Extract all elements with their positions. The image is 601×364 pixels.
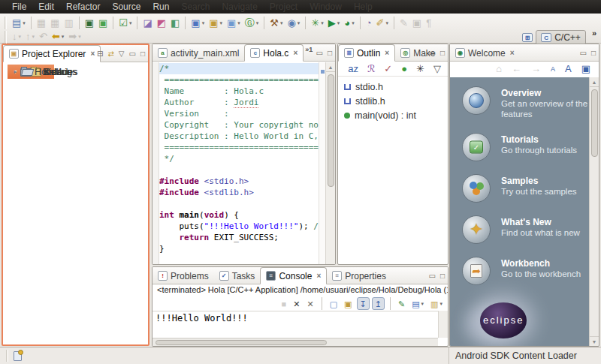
console-hscrollbar[interactable] xyxy=(153,338,438,346)
debug-button[interactable]: ✳▾ xyxy=(309,16,325,31)
scroll-thumb[interactable] xyxy=(591,89,598,157)
scroll-up-icon[interactable]: ▲ xyxy=(590,77,599,87)
code-line[interactable]: ========================================… xyxy=(159,74,319,86)
code-line[interactable]: Copyright : Your copyright notice xyxy=(159,119,319,131)
bottom-tab-tasks[interactable]: ✓Tasks xyxy=(214,267,261,284)
close-icon[interactable]: × xyxy=(510,49,515,57)
view-menu-icon[interactable]: ▽ xyxy=(119,50,125,58)
scroll-lock-button[interactable]: ▣ xyxy=(342,297,354,310)
open-dsl-button[interactable]: ◪ xyxy=(140,16,154,31)
expand-arrow-icon[interactable]: ▸ xyxy=(11,68,20,75)
scroll-thumb[interactable] xyxy=(328,74,334,187)
show-stderr-button[interactable]: ↥ xyxy=(372,297,385,310)
minimize-icon[interactable]: ▭ xyxy=(429,272,436,280)
clear-console-button[interactable]: ▢ xyxy=(328,297,340,310)
open-console-button[interactable]: ▥▾ xyxy=(428,297,445,310)
code-line[interactable]: Name : Hola.c xyxy=(159,86,319,97)
collapse-all-button[interactable]: ✳ xyxy=(414,62,427,77)
close-icon[interactable]: × xyxy=(293,49,297,57)
code-line[interactable]: Description : Hello World in C, Ansi-sty xyxy=(159,131,319,142)
close-icon[interactable]: × xyxy=(385,49,389,57)
new-wizard-button[interactable]: ▤▾ xyxy=(10,16,28,31)
remove-launch-button[interactable]: ✕ xyxy=(291,297,302,310)
maximize-icon[interactable]: □ xyxy=(140,50,145,58)
new-cpp-class-button[interactable]: ▣▾ xyxy=(225,16,243,31)
build-all-button[interactable]: ◉▾ xyxy=(285,16,302,31)
android-sdk-manager-button[interactable]: ▣ xyxy=(83,16,96,31)
maximize-icon[interactable]: □ xyxy=(440,49,445,57)
new-java-project-button[interactable]: ◩ xyxy=(155,16,168,31)
console-scrollbar[interactable] xyxy=(438,311,448,338)
menu-refactor[interactable]: Refactor xyxy=(60,0,106,14)
editor-scrollbar[interactable]: ▲ xyxy=(325,62,335,264)
reduce-text-button[interactable]: A xyxy=(548,62,557,77)
welcome-scrollbar[interactable]: ▲ ▼ xyxy=(589,77,599,346)
pin-console-button[interactable]: ✎ xyxy=(396,297,407,310)
tray-notification-icon[interactable] xyxy=(14,351,22,361)
open-perspective-icon[interactable]: ⊞ xyxy=(522,33,533,42)
scroll-up-icon[interactable]: ▲ xyxy=(326,62,335,72)
code-line[interactable]: puts("!!!Hello World!!!"); /* prints xyxy=(159,221,319,232)
code-line[interactable] xyxy=(159,164,319,176)
minimize-icon[interactable]: ▭ xyxy=(316,49,323,57)
close-icon[interactable]: × xyxy=(90,50,95,58)
menu-source[interactable]: Source xyxy=(106,0,146,14)
sort-button[interactable]: az xyxy=(346,62,361,77)
hide-fields-button[interactable]: ℛ xyxy=(365,62,377,77)
minimize-icon[interactable]: ▭ xyxy=(429,49,436,57)
hide-non-public-button[interactable]: ● xyxy=(399,62,409,77)
bottom-tab-properties[interactable]: ≡Properties xyxy=(327,267,391,284)
build-button[interactable]: ⚒▾ xyxy=(267,16,285,31)
project-explorer-tab[interactable]: ▣ Project Explorer × xyxy=(3,45,101,62)
tree-item-holamon[interactable]: ▸HolaMon xyxy=(8,65,72,79)
toolbar-overflow-chevron[interactable]: » xyxy=(592,29,596,38)
minimize-icon[interactable]: ▭ xyxy=(129,50,136,58)
code-line[interactable]: return EXIT_SUCCESS; xyxy=(159,232,319,243)
welcome-item-workbench[interactable]: WorkbenchGo to the workbench xyxy=(462,257,589,285)
remove-all-launches-button[interactable]: ✕ xyxy=(304,297,316,310)
collapse-all-icon[interactable]: ⊟ xyxy=(97,50,103,58)
run-button[interactable]: ▶▾ xyxy=(326,16,343,31)
close-icon[interactable]: × xyxy=(316,272,321,280)
welcome-item-overview[interactable]: OverviewGet an overview of the features xyxy=(462,86,589,120)
back-button[interactable]: ⬅▾ xyxy=(50,29,66,44)
code-line[interactable]: /* xyxy=(159,63,319,74)
profile-button[interactable]: ◕▾ xyxy=(342,16,356,31)
new-cpp-project-button[interactable]: ▣▾ xyxy=(189,16,207,31)
avd-manager-button[interactable]: ▣ xyxy=(96,16,110,31)
perspective-cpp-button[interactable]: C C/C++ xyxy=(536,30,586,45)
maximize-icon[interactable]: □ xyxy=(440,272,445,280)
static-analysis-button[interactable]: ☑▾ xyxy=(116,16,134,31)
menu-edit[interactable]: Edit xyxy=(32,0,60,14)
minimize-icon[interactable]: ▭ xyxy=(580,49,587,57)
welcome-item-what-s-new[interactable]: What's NewFind out what is new xyxy=(462,215,589,244)
outline-item-stdlib-h[interactable]: stdlib.h xyxy=(338,94,448,108)
console-output[interactable]: !!!Hello World!!! xyxy=(153,311,438,338)
code-line[interactable]: Version : xyxy=(159,108,319,119)
hide-static-members-button[interactable]: ✓ xyxy=(382,62,394,77)
show-stdout-button[interactable]: ↧ xyxy=(357,297,370,310)
scroll-down-icon[interactable]: ▼ xyxy=(590,336,599,346)
editor-tab-hola-c[interactable]: cHola.c× xyxy=(244,44,304,62)
code-line[interactable]: Author : Jordi xyxy=(159,97,319,108)
bottom-tab-problems[interactable]: !Problems xyxy=(153,267,214,284)
search-button[interactable]: ✐▾ xyxy=(374,16,391,31)
outline-item-stdio-h[interactable]: stdio.h xyxy=(338,80,448,94)
menu-help[interactable]: Help xyxy=(348,0,379,14)
new-android-project-button[interactable]: ◧ xyxy=(168,16,182,31)
outline-tab-outlin[interactable]: ≣Outlin× xyxy=(338,44,395,62)
code-line[interactable] xyxy=(159,198,319,209)
code-line[interactable]: #include <stdlib.h> xyxy=(159,187,319,198)
view-menu-button[interactable]: ▽ xyxy=(431,62,443,77)
outline-item-main-void-int[interactable]: main(void) : int xyxy=(338,108,448,122)
bottom-tab-console[interactable]: ≡Console× xyxy=(260,267,327,284)
open-in-window-button[interactable]: ▣ xyxy=(579,62,593,77)
code-line[interactable]: } xyxy=(159,243,319,254)
code-line[interactable]: ========================================… xyxy=(159,142,319,153)
code-line[interactable]: int main(void) { xyxy=(159,209,319,221)
link-with-editor-icon[interactable]: ⇄ xyxy=(107,50,113,58)
welcome-item-tutorials[interactable]: TutorialsGo through tutorials xyxy=(462,133,589,161)
menu-file[interactable]: File xyxy=(6,0,32,14)
menu-run[interactable]: Run xyxy=(146,0,175,14)
editor-tab-overflow[interactable]: »1 xyxy=(304,44,316,61)
